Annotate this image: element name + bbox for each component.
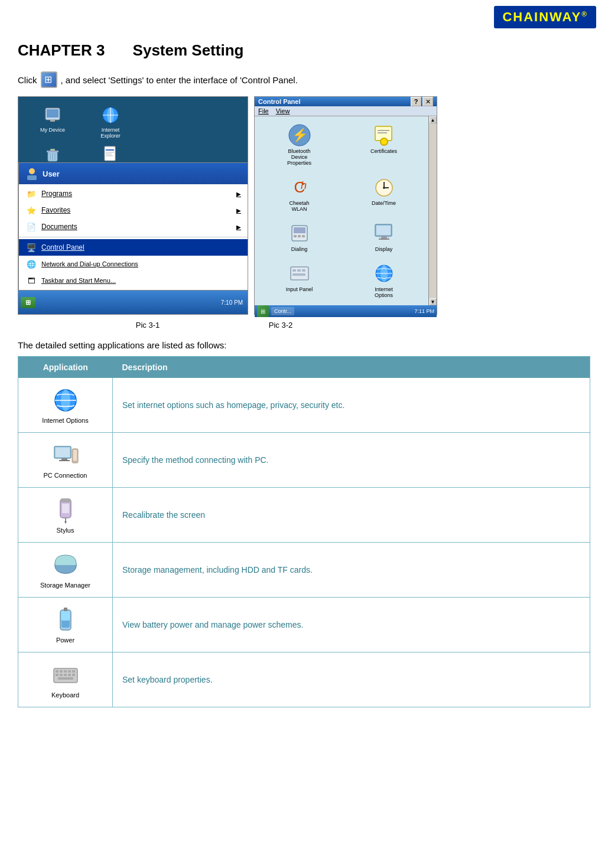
svg-rect-74 xyxy=(68,670,71,673)
svg-rect-37 xyxy=(302,235,305,237)
app-desc-cell-1: Specify the method connecting with PC. xyxy=(113,433,590,488)
cp-title: Control Panel xyxy=(258,98,301,105)
favorites-icon: ⭐ xyxy=(26,205,37,216)
svg-rect-45 xyxy=(302,269,305,272)
svg-rect-58 xyxy=(73,450,77,461)
cp-taskbar-item-contr[interactable]: Contr... xyxy=(271,307,294,315)
svg-rect-69 xyxy=(66,608,67,611)
display-icon xyxy=(372,221,396,245)
cp-icons-row: ⚡ BluetoothDeviceProperties xyxy=(255,116,437,305)
app-icon-pc-connection xyxy=(51,441,80,469)
svg-rect-77 xyxy=(60,674,63,676)
app-name-3: Storage Manager xyxy=(40,582,90,589)
logo-registered: ® xyxy=(581,10,588,18)
programs-icon: 📁 xyxy=(26,188,37,199)
table-header: Application Description xyxy=(18,357,590,378)
app-icon-wrapper-5: Keyboard xyxy=(28,661,103,699)
pic31-caption: Pic 3-1 xyxy=(65,321,230,329)
screenshots-container: My Device InternetExplorer xyxy=(18,96,590,315)
taskbar-label: Taskbar and Start Menu... xyxy=(41,277,116,284)
app-name-4: Power xyxy=(56,637,74,644)
svg-rect-34 xyxy=(294,227,305,233)
app-desc-cell-4: View battery power and manage power sche… xyxy=(113,598,590,652)
start-icon[interactable] xyxy=(41,71,57,88)
app-desc-cell-0: Set internet options such as homepage, p… xyxy=(113,378,590,433)
cp-scrollbar[interactable]: ▲ ▼ xyxy=(428,116,437,305)
menu-item-documents[interactable]: 📄 Documents ▶ xyxy=(19,218,248,235)
app-icon-cell-4: Power xyxy=(18,598,113,652)
documents-label: Documents xyxy=(41,223,77,231)
chapter-number: CHAPTER 3 xyxy=(18,41,105,59)
mydevice-icon xyxy=(42,105,63,126)
table-intro: The detailed setting applications are li… xyxy=(18,340,590,350)
svg-rect-44 xyxy=(297,269,301,272)
network-label: Network and Dial-up Connections xyxy=(41,260,138,267)
cp-icon-display[interactable]: Display xyxy=(343,218,425,256)
taskbar-pic31: ⊞ 7:10 PM xyxy=(18,291,248,314)
chapter-name: System Setting xyxy=(133,41,244,59)
cp-icon-datetime[interactable]: Date/Time xyxy=(343,172,425,216)
svg-rect-2 xyxy=(50,120,55,122)
taskbar-icon: 🗔 xyxy=(26,275,37,286)
svg-rect-79 xyxy=(68,674,71,676)
app-desc-cell-3: Storage management, including HDD and TF… xyxy=(113,543,590,598)
cp-close-btn[interactable]: ✕ xyxy=(422,97,433,106)
svg-rect-67 xyxy=(61,611,70,621)
desktop-icon-mydevice[interactable]: My Device xyxy=(26,105,79,139)
menu-item-controlpanel[interactable]: 🖥️ Control Panel xyxy=(19,239,248,256)
table-row: KeyboardSet keyboard properties. xyxy=(18,652,590,707)
cp-icon-cheetahwlan[interactable]: C h CheetahWLAN xyxy=(258,172,340,216)
app-desc-cell-2: Recalibrate the screen xyxy=(113,488,590,543)
app-name-0: Internet Options xyxy=(42,417,88,424)
app-icon-cell-3: Storage Manager xyxy=(18,543,113,598)
svg-rect-26 xyxy=(378,132,387,133)
desktop-icon-ie[interactable]: InternetExplorer xyxy=(84,105,137,139)
cp-menu-file[interactable]: File xyxy=(258,107,269,115)
cp-icon-inputpanel[interactable]: Input Panel xyxy=(258,258,340,302)
app-icon-cell-0: Internet Options xyxy=(18,378,113,433)
app-icon-keyboard xyxy=(51,661,80,689)
cp-icon-internetoptions[interactable]: InternetOptions xyxy=(343,258,425,302)
app-icon-cell-1: PC Connection xyxy=(18,433,113,488)
menu-item-favorites[interactable]: ⭐ Favorites ▶ xyxy=(19,202,248,218)
menu-item-network[interactable]: 🌐 Network and Dial-up Connections xyxy=(19,256,248,272)
pic31-screenshot: My Device InternetExplorer xyxy=(18,96,248,315)
cp-icon-dialing[interactable]: Dialing xyxy=(258,218,340,256)
pic-captions: Pic 3-1 Pic 3-2 xyxy=(18,321,590,329)
app-icon-cell-2: Stylus xyxy=(18,488,113,543)
app-icon-internet-options xyxy=(51,386,80,415)
cp-help-btn[interactable]: ? xyxy=(411,97,421,106)
cp-menu-view[interactable]: View xyxy=(276,107,290,115)
cp-taskbar: ⊞ Contr... 7:11 PM xyxy=(255,305,437,317)
intro-instruction: , and select 'Settings' to enter the int… xyxy=(61,75,298,85)
controlpanel-icon: 🖥️ xyxy=(26,242,37,253)
svg-rect-55 xyxy=(61,458,67,460)
svg-rect-78 xyxy=(64,674,67,676)
app-icon-storage-manager xyxy=(51,551,80,579)
start-menu: User 📁 Programs ▶ ⭐ Favorites ▶ 📄 xyxy=(18,162,248,291)
app-icon-wrapper-1: PC Connection xyxy=(28,441,103,479)
svg-rect-71 xyxy=(56,670,58,673)
menu-items-list: 📁 Programs ▶ ⭐ Favorites ▶ 📄 Documents ▶ xyxy=(19,184,248,290)
svg-marker-63 xyxy=(64,521,67,524)
app-name-1: PC Connection xyxy=(44,472,87,479)
bluetooth-icon: ⚡ xyxy=(288,123,311,147)
intro-line: Click , and select 'Settings' to enter t… xyxy=(18,71,590,88)
menu-item-taskbar[interactable]: 🗔 Taskbar and Start Menu... xyxy=(19,272,248,289)
internetoptions-icon xyxy=(372,262,396,285)
cp-start-btn[interactable]: ⊞ xyxy=(257,305,269,317)
svg-rect-73 xyxy=(64,670,67,673)
svg-rect-76 xyxy=(56,674,58,676)
app-name-2: Stylus xyxy=(57,527,74,534)
cp-menu-bar: File View xyxy=(255,106,437,116)
svg-rect-56 xyxy=(59,460,70,461)
svg-point-32 xyxy=(383,187,385,189)
cp-titlebar: Control Panel ? ✕ xyxy=(255,97,437,106)
cp-icon-certificates[interactable]: Certificates xyxy=(343,120,425,169)
cp-icon-bluetooth[interactable]: ⚡ BluetoothDeviceProperties xyxy=(258,120,340,169)
svg-rect-75 xyxy=(72,670,75,673)
col-header-application: Application xyxy=(18,357,113,378)
app-icon-wrapper-4: Power xyxy=(28,606,103,644)
menu-item-programs[interactable]: 📁 Programs ▶ xyxy=(19,185,248,202)
start-button[interactable]: ⊞ xyxy=(21,297,35,308)
